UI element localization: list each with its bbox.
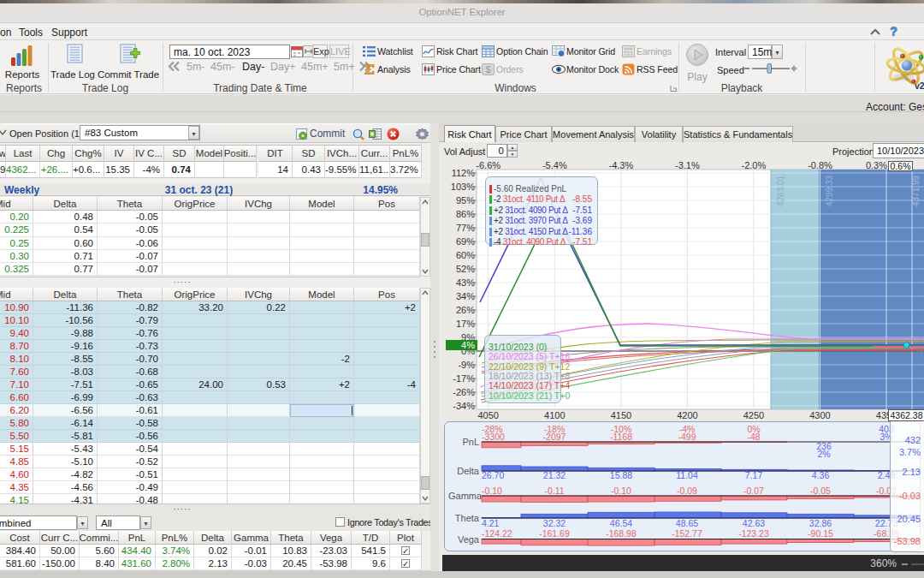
svg-text:4371.99: 4371.99: [911, 175, 921, 206]
svg-text:4299.33: 4299.33: [825, 175, 834, 206]
svg-text:v2.: v2.: [915, 80, 924, 91]
svg-text:$: $: [485, 64, 490, 74]
svg-text:4263.01: 4263.01: [776, 175, 785, 206]
